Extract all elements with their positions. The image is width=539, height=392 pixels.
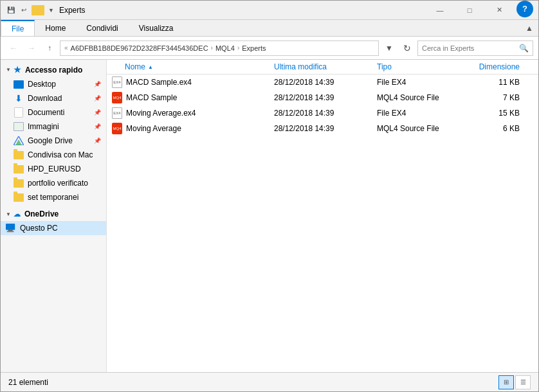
titlebar-dropdown: ▼ xyxy=(48,7,54,13)
tab-home[interactable]: Home xyxy=(35,20,76,36)
tab-file[interactable]: File xyxy=(1,20,35,36)
folder-set-icon xyxy=(14,192,24,202)
sidebar-item-label: Condivisa con Mac xyxy=(28,150,93,159)
sidebar-item-documenti[interactable]: Documenti 📌 xyxy=(1,105,106,120)
titlebar: 💾 ↩ ▼ Experts — □ ✕ ? xyxy=(1,1,538,20)
save-icon: 💾 xyxy=(6,5,16,15)
file-size: 15 KB xyxy=(473,109,525,118)
documents-icon xyxy=(14,107,24,118)
tab-condividi[interactable]: Condividi xyxy=(76,20,128,36)
sidebar-item-set-temporanei[interactable]: set temporanei xyxy=(1,190,106,204)
file-rows-container: EX4 MACD Sample.ex4 28/12/2018 14:39 Fil… xyxy=(107,75,538,136)
sidebar-item-questo-pc[interactable]: Questo PC xyxy=(1,221,106,235)
view-toggle: ⊞ ☰ xyxy=(498,375,531,389)
maximize-button[interactable]: □ xyxy=(455,1,484,20)
mql4-file-icon: MQ4 xyxy=(112,123,122,134)
undo-icon: ↩ xyxy=(19,5,29,15)
file-date: 28/12/2018 14:39 xyxy=(274,109,377,118)
folder-portfolio-icon xyxy=(14,178,24,188)
file-name: EX4 Moving Average.ex4 xyxy=(107,107,274,119)
file-size: 6 KB xyxy=(473,124,525,133)
path-part-3[interactable]: Experts xyxy=(242,44,266,52)
pin-icon: 📌 xyxy=(94,123,101,130)
onedrive-chevron: ▼ xyxy=(6,211,11,217)
back-button[interactable]: ← xyxy=(6,40,21,56)
table-row[interactable]: EX4 MACD Sample.ex4 28/12/2018 14:39 Fil… xyxy=(107,75,538,90)
path-chevron: « xyxy=(64,44,68,51)
minimize-button[interactable]: — xyxy=(425,1,455,20)
path-separator-2: › xyxy=(237,44,239,51)
sidebar-item-hpd[interactable]: HPD_EURUSD xyxy=(1,162,106,176)
section-chevron: ▼ xyxy=(6,67,11,73)
sidebar-item-condivisa[interactable]: Condivisa con Mac xyxy=(1,148,106,162)
sidebar-item-download[interactable]: ⬇ Download 📌 xyxy=(1,91,106,105)
svg-rect-2 xyxy=(6,224,15,230)
forward-button[interactable]: → xyxy=(24,40,39,56)
file-type: File EX4 xyxy=(377,109,473,118)
up-button[interactable]: ↑ xyxy=(42,40,57,56)
mql4-file-icon: MQ4 xyxy=(112,92,122,103)
file-name: MQ4 MACD Sample xyxy=(107,92,274,103)
thispc-icon xyxy=(6,223,16,233)
sidebar-item-desktop[interactable]: Desktop 📌 xyxy=(1,77,106,91)
pin-icon: 📌 xyxy=(94,138,101,144)
col-date-header[interactable]: Ultima modifica xyxy=(274,62,377,71)
list-view-button[interactable]: ☰ xyxy=(515,375,531,389)
path-part-2[interactable]: MQL4 xyxy=(215,44,235,52)
tab-visualizza[interactable]: Visualizza xyxy=(129,20,184,36)
file-list: Nome ▲ Ultima modifica Tipo Dimensione E… xyxy=(107,60,538,372)
col-name-header[interactable]: Nome ▲ xyxy=(107,62,274,71)
table-row[interactable]: EX4 Moving Average.ex4 28/12/2018 14:39 … xyxy=(107,105,538,121)
folder-hpd-icon xyxy=(14,164,24,174)
pin-icon: 📌 xyxy=(94,109,101,116)
file-size: 11 KB xyxy=(473,78,525,87)
sidebar-item-label: HPD_EURUSD xyxy=(28,165,81,174)
window-title: Experts xyxy=(59,6,425,15)
window-controls: — □ ✕ ? xyxy=(425,1,533,20)
ex4-file-icon: EX4 xyxy=(112,107,122,119)
file-date: 28/12/2018 14:39 xyxy=(274,124,377,133)
titlebar-icons: 💾 ↩ ▼ xyxy=(6,5,54,15)
table-row[interactable]: MQ4 MACD Sample 28/12/2018 14:39 MQL4 So… xyxy=(107,90,538,105)
statusbar: 21 elementi ⊞ ☰ xyxy=(1,372,538,391)
refresh-button[interactable]: ↻ xyxy=(399,40,415,56)
svg-rect-3 xyxy=(8,230,13,231)
images-icon xyxy=(14,121,24,132)
col-size-header[interactable]: Dimensione xyxy=(473,62,525,71)
search-input[interactable] xyxy=(422,44,516,52)
details-view-button[interactable]: ⊞ xyxy=(498,375,514,389)
sidebar-item-gdrive[interactable]: Google Drive 📌 xyxy=(1,134,106,148)
status-count: 21 elementi xyxy=(8,378,498,387)
download-icon: ⬇ xyxy=(14,93,24,103)
sidebar-item-label: Documenti xyxy=(28,108,64,117)
file-type: MQL4 Source File xyxy=(377,93,473,102)
help-button[interactable]: ? xyxy=(516,1,533,17)
table-row[interactable]: MQ4 Moving Average 28/12/2018 14:39 MQL4… xyxy=(107,121,538,136)
sidebar-item-portfolio[interactable]: portfolio verificato xyxy=(1,176,106,190)
search-box: 🔍 xyxy=(417,40,533,56)
path-part-1[interactable]: A6DFBB1B8DE9672D2328FF3445436DEC xyxy=(71,44,208,52)
main-area: ▼ ★ Accesso rapido Desktop 📌 ⬇ Download … xyxy=(1,60,538,372)
sidebar-item-label: set temporanei xyxy=(28,193,78,202)
section-onedrive[interactable]: ▼ ☁ OneDrive xyxy=(1,207,106,221)
ribbon-tabs: File Home Condividi Visualizza ▲ xyxy=(1,20,538,37)
path-dropdown-button[interactable]: ▼ xyxy=(381,40,397,56)
file-list-header: Nome ▲ Ultima modifica Tipo Dimensione xyxy=(107,60,538,75)
sidebar: ▼ ★ Accesso rapido Desktop 📌 ⬇ Download … xyxy=(1,60,107,372)
address-path[interactable]: « A6DFBB1B8DE9672D2328FF3445436DEC › MQL… xyxy=(60,40,379,56)
ribbon-collapse[interactable]: ▲ xyxy=(520,20,538,36)
file-type: File EX4 xyxy=(377,78,473,87)
sidebar-item-immagini[interactable]: Immagini 📌 xyxy=(1,120,106,134)
sidebar-item-label: Google Drive xyxy=(28,136,73,145)
desktop-icon xyxy=(14,79,24,89)
gdrive-icon xyxy=(14,136,24,146)
sidebar-item-label: Immagini xyxy=(28,122,59,131)
sidebar-item-label: portfolio verificato xyxy=(28,179,88,188)
close-button[interactable]: ✕ xyxy=(484,1,514,20)
file-name: EX4 MACD Sample.ex4 xyxy=(107,76,274,88)
col-type-header[interactable]: Tipo xyxy=(377,62,473,71)
folder-condivisa-icon xyxy=(14,150,24,160)
section-accesso-rapido[interactable]: ▼ ★ Accesso rapido xyxy=(1,62,106,77)
pin-icon: 📌 xyxy=(94,95,101,102)
file-date: 28/12/2018 14:39 xyxy=(274,93,377,102)
